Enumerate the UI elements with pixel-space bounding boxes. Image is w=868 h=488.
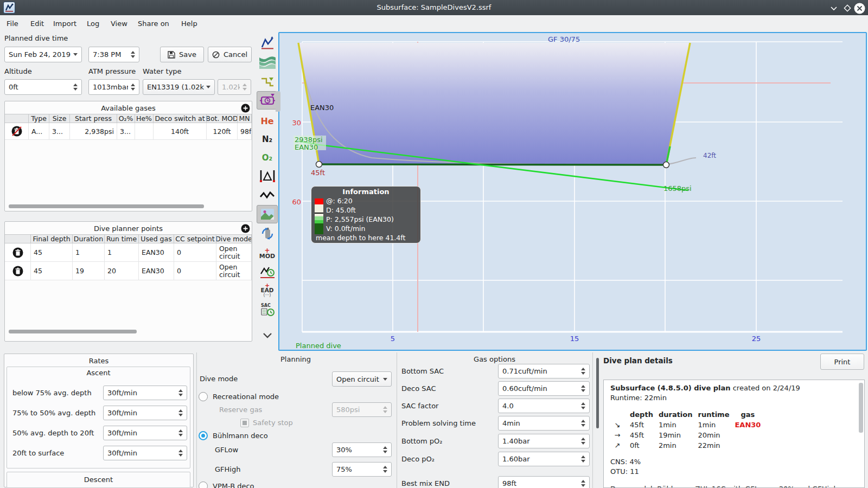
rate-spinbox-3[interactable]: 30ft/min xyxy=(103,426,187,440)
point-final-depth-cell[interactable]: 45 xyxy=(31,262,73,280)
menu-file[interactable]: File xyxy=(4,18,21,29)
toolbar-sac-rate-icon[interactable]: SAC xyxy=(257,300,278,319)
spinner-arrows-icon[interactable] xyxy=(578,402,585,409)
cancel-button[interactable]: Cancel xyxy=(208,47,252,62)
toolbar-he-icon[interactable]: He xyxy=(257,112,278,130)
menu-import[interactable]: Import xyxy=(51,18,79,29)
points-col-used-gas[interactable]: Used gas xyxy=(139,234,174,243)
spinner-arrows-icon[interactable] xyxy=(578,420,585,427)
spinner-arrows-icon[interactable] xyxy=(176,429,183,436)
deco-po2-spinbox[interactable]: 1.60bar xyxy=(498,452,590,466)
spinner-arrows-icon[interactable] xyxy=(578,385,585,392)
waypoint-handle[interactable] xyxy=(316,162,322,168)
dive-date-combobox[interactable]: Sun Feb 24, 2019 xyxy=(4,47,82,62)
add-point-button[interactable] xyxy=(241,224,250,233)
rate-spinbox-1[interactable]: 30ft/min xyxy=(103,386,187,400)
title-bar[interactable]: Subsurface: SampleDivesV2.ssrf xyxy=(0,0,868,15)
toolbar-photos-icon[interactable] xyxy=(257,205,278,223)
gas-o2-cell[interactable]: 3... xyxy=(117,123,135,140)
point-used-gas-cell[interactable]: EAN30 xyxy=(139,243,174,262)
points-horizontal-scrollbar[interactable] xyxy=(9,330,137,333)
point-dive-mode-cell[interactable]: Open circuit xyxy=(216,243,252,262)
rate-spinbox-4[interactable]: 30ft/min xyxy=(103,446,187,460)
point-dive-mode-cell[interactable]: Open circuit xyxy=(216,262,252,280)
save-button[interactable]: Save xyxy=(160,47,204,62)
delete-gas-icon[interactable] xyxy=(5,123,29,140)
toolbar-dive-time-icon[interactable] xyxy=(257,262,278,281)
toolbar-gas-change-icon[interactable] xyxy=(257,224,278,243)
problem-solving-time-spinbox[interactable]: 4min xyxy=(498,416,590,431)
gases-col-deco-switch[interactable]: Deco switch at xyxy=(154,114,207,123)
toolbar-scroll-down-icon[interactable] xyxy=(257,326,278,345)
spinner-arrows-icon[interactable] xyxy=(578,368,585,375)
gfhigh-spinbox[interactable]: 75% xyxy=(332,462,392,477)
gases-col-size[interactable]: Size xyxy=(49,114,70,123)
dive-time-spinbox[interactable]: 7:38 PM xyxy=(88,47,139,62)
spinner-arrows-icon[interactable] xyxy=(380,466,387,473)
dive-plan-text[interactable]: Subsurface (4.8.5.0) dive plan created o… xyxy=(603,380,865,488)
menu-log[interactable]: Log xyxy=(85,18,101,29)
waypoint-handle[interactable] xyxy=(663,162,669,168)
point-cc-setpoint-cell[interactable]: 0 xyxy=(174,262,216,280)
toolbar-gradient-factor-icon[interactable] xyxy=(257,167,278,185)
spinner-arrows-icon[interactable] xyxy=(128,51,135,58)
plan-text-scrollbar[interactable] xyxy=(859,383,863,433)
toolbar-dive-profile-icon[interactable] xyxy=(257,34,278,52)
print-button[interactable]: Print xyxy=(820,354,864,370)
safety-stop-checkbox[interactable] xyxy=(240,419,249,427)
gas-type-cell[interactable]: A... xyxy=(29,123,49,140)
gas-start-press-cell[interactable]: 2,938psi xyxy=(70,123,117,140)
gases-col-he[interactable]: He% xyxy=(135,114,154,123)
spinner-arrows-icon[interactable] xyxy=(578,455,585,463)
gases-col-type[interactable]: Type xyxy=(29,114,49,123)
spinner-arrows-icon[interactable] xyxy=(176,409,183,416)
add-gas-button[interactable] xyxy=(241,104,250,113)
points-col-duration[interactable]: Duration xyxy=(73,234,105,243)
spinner-arrows-icon[interactable] xyxy=(176,450,183,457)
points-col-dive-mode[interactable]: Dive mode xyxy=(216,234,252,243)
gas-size-cell[interactable]: 3... xyxy=(49,123,70,140)
menu-help[interactable]: Help xyxy=(179,18,200,29)
plan-panel-scrollbar[interactable] xyxy=(596,358,599,428)
point-duration-cell[interactable]: 1 xyxy=(73,243,105,262)
altitude-spinbox[interactable]: 0ft xyxy=(4,79,82,95)
gas-deco-switch-cell[interactable]: 140ft xyxy=(154,123,207,140)
toolbar-n2-icon[interactable]: N₂ xyxy=(257,130,278,149)
menu-edit[interactable]: Edit xyxy=(28,18,46,29)
menu-view[interactable]: View xyxy=(108,18,130,29)
minimize-button[interactable] xyxy=(828,2,840,14)
close-button[interactable] xyxy=(853,2,865,14)
toolbar-o2-icon[interactable]: O₂ xyxy=(257,149,278,167)
best-mix-end-spinbox[interactable]: 98ft xyxy=(498,476,590,488)
water-type-combobox[interactable]: EN13319 (1.02k xyxy=(143,79,215,95)
spinner-arrows-icon[interactable] xyxy=(578,438,585,445)
gases-col-start-press[interactable]: Start press xyxy=(70,114,117,123)
gas-mnd-cell[interactable]: 98f xyxy=(238,123,252,140)
gflow-spinbox[interactable]: 30% xyxy=(332,442,392,457)
dive-mode-combobox[interactable]: Open circuit xyxy=(332,371,392,387)
recreational-mode-radio[interactable] xyxy=(199,392,208,401)
sac-factor-spinbox[interactable]: 4.0 xyxy=(498,399,590,413)
bottom-po2-spinbox[interactable]: 1.40bar xyxy=(498,434,590,448)
deco-sac-spinbox[interactable]: 0.60cuft/min xyxy=(498,381,590,396)
point-used-gas-cell[interactable]: EAN30 xyxy=(139,262,174,280)
delete-point-icon[interactable] xyxy=(5,262,31,280)
points-col-cc-setpoint[interactable]: CC setpoint xyxy=(174,234,216,243)
buhlmann-deco-radio[interactable] xyxy=(199,431,208,440)
point-cc-setpoint-cell[interactable]: 0 xyxy=(174,243,216,262)
point-run-time-cell[interactable]: 20 xyxy=(105,262,139,280)
toolbar-salinity-waves-icon[interactable] xyxy=(257,53,278,72)
maximize-button[interactable] xyxy=(841,2,853,14)
gas-bot-mod-cell[interactable]: 120ft xyxy=(207,123,238,140)
gases-col-o2[interactable]: O₂% xyxy=(117,114,135,123)
toolbar-calculated-ceiling-icon[interactable] xyxy=(257,73,278,91)
gas-he-cell[interactable] xyxy=(135,123,154,140)
menu-share-on[interactable]: Share on xyxy=(136,18,171,29)
points-col-final-depth[interactable]: Final depth xyxy=(31,234,73,243)
points-col-run-time[interactable]: Run time xyxy=(105,234,139,243)
gases-col-bot-mod[interactable]: Bot. MOD xyxy=(207,114,238,123)
gases-horizontal-scrollbar[interactable] xyxy=(9,204,204,208)
toolbar-dc-ceiling-icon[interactable] xyxy=(257,91,278,110)
spinner-arrows-icon[interactable] xyxy=(578,480,585,487)
spinner-arrows-icon[interactable] xyxy=(128,84,135,91)
